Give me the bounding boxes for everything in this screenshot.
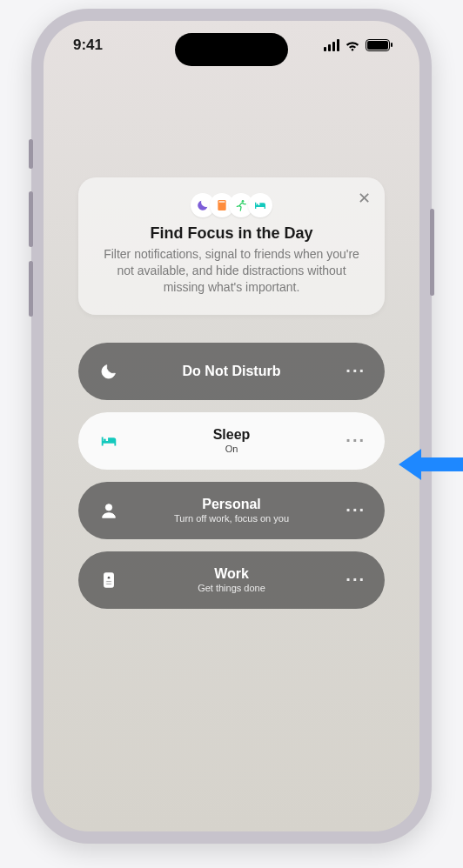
- svg-point-5: [105, 504, 111, 510]
- focus-item-label: Work: [78, 566, 385, 582]
- badge-icon: [97, 569, 120, 591]
- side-button: [430, 209, 434, 296]
- screen: 9:41 ✕: [44, 21, 419, 831]
- annotation-arrow-icon: [395, 444, 463, 485]
- bed-icon: [97, 430, 120, 452]
- ellipsis-icon[interactable]: ···: [346, 570, 366, 590]
- svg-point-2: [242, 200, 245, 203]
- close-icon[interactable]: ✕: [355, 190, 372, 207]
- svg-point-3: [257, 204, 258, 205]
- svg-rect-1: [219, 201, 225, 202]
- cellular-icon: [324, 39, 339, 51]
- focus-item-do-not-disturb[interactable]: Do Not Disturb ···: [78, 343, 385, 400]
- moon-icon: [97, 360, 120, 383]
- intro-card-description: Filter notifications, signal to friends …: [97, 246, 366, 296]
- volume-down-button: [29, 261, 33, 317]
- focus-panel: ✕ Find Focus in the Day Fi: [78, 177, 385, 609]
- focus-item-label: Personal: [78, 497, 385, 512]
- focus-item-label: Do Not Disturb: [78, 364, 385, 379]
- svg-point-7: [107, 576, 111, 579]
- iphone-frame: 9:41 ✕: [31, 9, 432, 844]
- focus-item-personal[interactable]: Personal Turn off work, focus on you ···: [78, 482, 385, 539]
- focus-item-work[interactable]: Work Get things done ···: [78, 551, 385, 609]
- status-indicators: [324, 39, 390, 51]
- intro-card-title: Find Focus in the Day: [97, 224, 366, 243]
- intro-card-icons: [97, 193, 366, 217]
- status-time: 9:41: [73, 37, 103, 54]
- wifi-icon: [345, 39, 360, 51]
- focus-item-sublabel: On: [78, 444, 385, 454]
- svg-point-4: [104, 438, 106, 441]
- dynamic-island: [175, 33, 288, 66]
- focus-item-sublabel: Get things done: [78, 583, 385, 593]
- person-icon: [97, 499, 120, 522]
- ellipsis-icon[interactable]: ···: [346, 500, 366, 520]
- svg-rect-6: [104, 572, 114, 587]
- ellipsis-icon[interactable]: ···: [346, 361, 366, 381]
- focus-intro-card: ✕ Find Focus in the Day Fi: [78, 177, 385, 315]
- svg-rect-8: [106, 581, 111, 582]
- svg-rect-9: [106, 583, 111, 584]
- mute-switch: [29, 139, 33, 169]
- ellipsis-icon[interactable]: ···: [346, 431, 366, 451]
- battery-icon: [366, 39, 390, 51]
- focus-mode-list: Do Not Disturb ··· Sleep On ···: [78, 343, 385, 609]
- volume-up-button: [29, 191, 33, 247]
- focus-item-label: Sleep: [78, 427, 385, 443]
- focus-item-sublabel: Turn off work, focus on you: [78, 513, 385, 524]
- focus-item-sleep[interactable]: Sleep On ···: [78, 412, 385, 470]
- bed-icon: [248, 193, 272, 217]
